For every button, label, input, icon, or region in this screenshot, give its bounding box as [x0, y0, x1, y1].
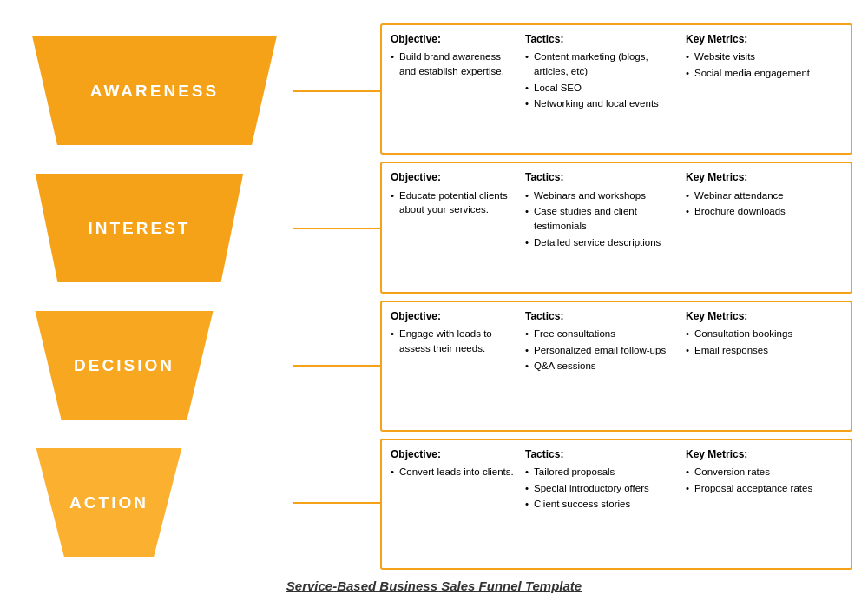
- decision-met-2: •Email responses: [686, 343, 842, 358]
- action-tac-1: •Tailored proposals: [525, 465, 679, 479]
- action-obj-title: Objective:: [391, 447, 518, 462]
- funnel-interest-shape: INTEREST: [16, 174, 263, 282]
- decision-tac-title: Tactics:: [525, 309, 679, 324]
- action-met-2: •Proposal acceptance rates: [686, 481, 842, 496]
- action-metrics: Key Metrics: •Conversion rates •Proposal…: [686, 447, 842, 561]
- page-container: AWARENESS INTEREST DECISION: [0, 9, 868, 604]
- interest-objective: Objective: •Educate potential clients ab…: [391, 170, 525, 284]
- awareness-objective: Objective: •Build brand awareness and es…: [391, 32, 525, 146]
- awareness-obj-item-1: •Build brand awareness and establish exp…: [391, 50, 518, 78]
- interest-tactics: Tactics: •Webinars and workshops •Case s…: [525, 170, 686, 284]
- funnel-action-shape: ACTION: [16, 448, 202, 557]
- decision-obj-title: Objective:: [391, 309, 518, 324]
- funnel-decision-row: DECISION: [16, 298, 380, 433]
- decision-tac-3: •Q&A sessions: [525, 359, 679, 373]
- decision-tac-2: •Personalized email follow-ups: [525, 343, 679, 358]
- awareness-met-title: Key Metrics:: [686, 32, 842, 47]
- awareness-tac-1: •Content marketing (blogs, articles, etc…: [525, 50, 679, 78]
- interest-tac-3: •Detailed service descriptions: [525, 235, 679, 250]
- decision-tac-1: •Free consultations: [525, 327, 679, 341]
- decision-connector: [293, 365, 380, 367]
- interest-label: INTEREST: [89, 219, 191, 238]
- awareness-tac-3: •Networking and local events: [525, 96, 679, 111]
- interest-tac-2: •Case studies and client testimonials: [525, 204, 679, 233]
- awareness-met-2: •Social media engagement: [686, 66, 842, 81]
- decision-tactics: Tactics: •Free consultations •Personaliz…: [525, 309, 686, 423]
- decision-panel: Objective: •Engage with leads to assess …: [380, 301, 852, 432]
- funnel-interest-row: INTEREST: [16, 161, 380, 295]
- interest-met-2: •Brochure downloads: [686, 204, 842, 219]
- action-tac-3: •Client success stories: [525, 497, 679, 512]
- content-area: AWARENESS INTEREST DECISION: [16, 19, 852, 570]
- interest-met-1: •Webinar attendance: [686, 188, 842, 203]
- decision-objective: Objective: •Engage with leads to assess …: [391, 309, 525, 423]
- interest-tac-title: Tactics:: [525, 170, 679, 185]
- awareness-metrics: Key Metrics: •Website visits •Social med…: [686, 32, 842, 146]
- awareness-met-1: •Website visits: [686, 50, 842, 64]
- decision-label: DECISION: [74, 356, 174, 375]
- awareness-obj-title: Objective:: [391, 32, 518, 47]
- decision-obj-item-1: •Engage with leads to assess their needs…: [391, 327, 518, 355]
- action-connector: [293, 502, 380, 504]
- interest-met-title: Key Metrics:: [686, 170, 842, 185]
- funnel-action-row: ACTION: [16, 435, 380, 570]
- action-tac-title: Tactics:: [525, 447, 679, 462]
- decision-met-1: •Consultation bookings: [686, 327, 842, 341]
- funnel-column: AWARENESS INTEREST DECISION: [16, 19, 380, 570]
- awareness-tac-title: Tactics:: [525, 32, 679, 47]
- funnel-awareness-shape: AWARENESS: [16, 36, 293, 145]
- interest-panel: Objective: •Educate potential clients ab…: [380, 162, 852, 293]
- funnel-awareness-row: AWARENESS: [16, 23, 380, 158]
- action-met-title: Key Metrics:: [686, 447, 842, 462]
- interest-tac-1: •Webinars and workshops: [525, 188, 679, 203]
- interest-connector: [293, 228, 380, 229]
- action-objective: Objective: •Convert leads into clients.: [391, 447, 525, 561]
- info-panels-column: Objective: •Build brand awareness and es…: [380, 19, 852, 570]
- awareness-tac-2: •Local SEO: [525, 81, 679, 96]
- interest-obj-item-1: •Educate potential clients about your se…: [391, 188, 518, 217]
- action-obj-item-1: •Convert leads into clients.: [391, 465, 518, 479]
- decision-met-title: Key Metrics:: [686, 309, 842, 324]
- funnel-decision-shape: DECISION: [16, 311, 233, 420]
- awareness-panel: Objective: •Build brand awareness and es…: [380, 23, 852, 155]
- awareness-connector: [293, 90, 380, 92]
- action-label: ACTION: [69, 493, 148, 512]
- interest-obj-title: Objective:: [391, 170, 518, 185]
- decision-metrics: Key Metrics: •Consultation bookings •Ema…: [686, 309, 842, 423]
- interest-metrics: Key Metrics: •Webinar attendance •Brochu…: [686, 170, 842, 284]
- awareness-tactics: Tactics: •Content marketing (blogs, arti…: [525, 32, 686, 146]
- action-tac-2: •Special introductory offers: [525, 481, 679, 496]
- action-panel: Objective: •Convert leads into clients. …: [380, 439, 852, 570]
- action-met-1: •Conversion rates: [686, 465, 842, 479]
- page-title: Service-Based Business Sales Funnel Temp…: [16, 570, 852, 597]
- awareness-label: AWARENESS: [90, 82, 219, 101]
- action-tactics: Tactics: •Tailored proposals •Special in…: [525, 447, 686, 561]
